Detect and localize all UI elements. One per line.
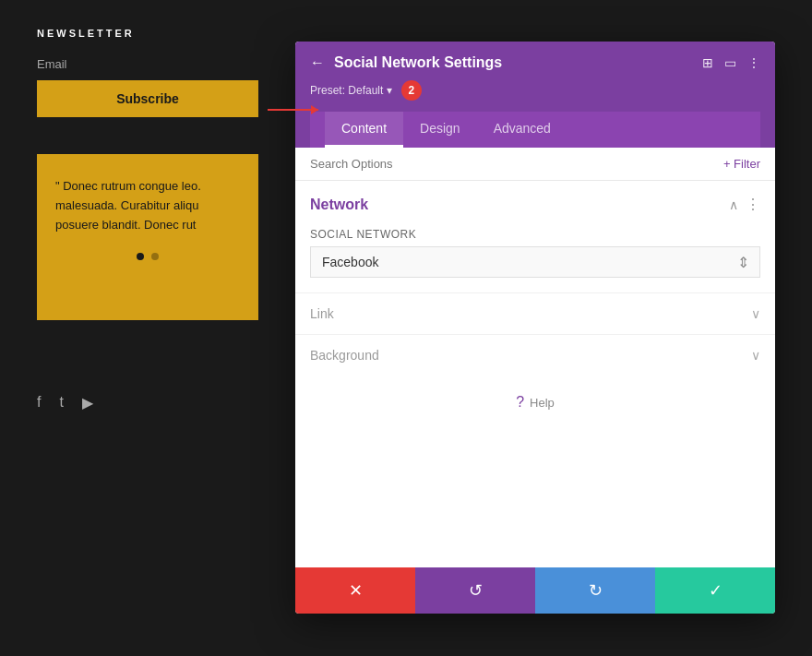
fullscreen-icon[interactable]: ⊞ [702,55,713,70]
subscribe-button[interactable]: Subscribe [37,80,258,117]
social-network-select[interactable]: Facebook Twitter Instagram YouTube Linke… [310,246,760,278]
arrow-indicator [268,109,318,111]
twitter-icon-bg: t [59,394,63,411]
modal-tabs: Content Design Advanced [310,112,760,148]
redo-button[interactable]: ↻ [535,567,655,614]
filter-button[interactable]: + Filter [723,157,760,171]
section-controls-network: ∧ ⋮ [729,196,760,213]
email-label: Email [37,57,258,71]
tab-advanced[interactable]: Advanced [477,112,567,148]
quote-dots [55,253,240,260]
preset-label[interactable]: Preset: Default ▾ [310,84,392,97]
link-section: Link ∨ [295,292,775,334]
dot-active [137,253,144,260]
modal-title-row: ← Social Network Settings ⊞ ▭ ⋮ [310,54,760,71]
more-options-icon[interactable]: ⋮ [747,55,760,70]
tab-design[interactable]: Design [403,112,477,148]
search-row: + Filter [295,148,775,181]
settings-modal: ← Social Network Settings ⊞ ▭ ⋮ Preset: … [295,42,775,614]
modal-title-right: ⊞ ▭ ⋮ [702,55,760,70]
link-section-row[interactable]: Link ∨ [310,306,760,321]
preset-badge: 2 [401,80,422,101]
network-more-icon[interactable]: ⋮ [746,196,760,213]
help-icon: ? [516,394,524,411]
confirm-icon: ✓ [709,580,722,601]
background-chevron-icon: ∨ [751,348,760,363]
back-button[interactable]: ← [310,54,325,71]
facebook-icon-bg: f [37,394,41,411]
youtube-icon-bg: ▶ [82,394,93,411]
social-network-select-wrapper: Facebook Twitter Instagram YouTube Linke… [310,246,760,278]
background-title: Background [310,348,379,363]
columns-icon[interactable]: ▭ [724,55,736,70]
undo-button[interactable]: ↺ [415,567,535,614]
cancel-button[interactable]: ✕ [295,567,415,614]
cancel-icon: ✕ [349,580,363,601]
dot-inactive [151,253,159,260]
quote-box: " Donec rutrum congue leo. malesuada. Cu… [37,154,258,320]
modal-footer: ✕ ↺ ↻ ✓ [295,567,775,614]
network-collapse-icon[interactable]: ∧ [729,197,738,212]
social-icons-bg: f t ▶ [37,394,258,411]
background-section-row[interactable]: Background ∨ [310,348,760,363]
quote-text: " Donec rutrum congue leo. malesuada. Cu… [55,177,240,234]
network-section: Network ∧ ⋮ Social Network Facebook Twit… [295,181,775,278]
background-page: NEWSLETTER Email Subscribe " Donec rutru… [0,0,295,656]
section-header-network: Network ∧ ⋮ [310,196,760,213]
confirm-button[interactable]: ✓ [655,567,775,614]
modal-header: ← Social Network Settings ⊞ ▭ ⋮ Preset: … [295,42,775,148]
help-row: ? Help [295,376,775,429]
help-text: Help [530,396,555,410]
tab-content[interactable]: Content [325,112,403,148]
newsletter-title: NEWSLETTER [37,28,258,39]
redo-icon: ↻ [589,580,603,601]
modal-body: + Filter Network ∧ ⋮ Social Network Face… [295,148,775,567]
modal-title: Social Network Settings [334,54,502,71]
undo-icon: ↺ [469,580,483,601]
preset-row: Preset: Default ▾ 2 [310,80,760,101]
link-chevron-icon: ∨ [751,306,760,321]
social-network-label: Social Network [310,228,760,241]
search-input[interactable] [310,157,714,171]
network-title: Network [310,197,368,213]
background-section: Background ∨ [295,334,775,376]
link-title: Link [310,306,334,321]
modal-title-left: ← Social Network Settings [310,54,502,71]
